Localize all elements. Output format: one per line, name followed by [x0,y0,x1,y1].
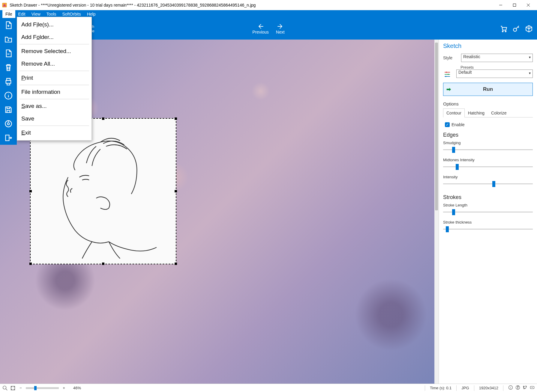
svg-rect-2 [513,4,516,6]
fit-screen-icon[interactable] [10,385,16,391]
tab-contour[interactable]: Contour [443,108,465,117]
zoom-tool-icon[interactable] [2,385,8,391]
key-icon[interactable] [512,25,520,33]
statusbar: − + 46% Time (s): 0.1 JPG 1920x3412 [0,384,537,392]
strokes-title: Strokes [443,194,533,200]
svg-point-17 [3,386,6,389]
zoom-slider[interactable] [26,387,59,389]
svg-point-14 [448,74,449,75]
dimensions-value: 1920x3412 [479,386,498,390]
intensity-label: Intensity [443,175,533,179]
info-icon[interactable] [0,88,17,102]
remove-file-icon[interactable] [0,46,17,60]
menu-save-as[interactable]: Save as... [17,100,92,112]
svg-line-18 [6,389,8,390]
previous-button[interactable]: Previous [252,23,268,34]
add-folder-icon[interactable] [0,32,17,46]
svg-point-12 [446,72,447,73]
trash-icon[interactable] [0,60,17,74]
menu-file-info[interactable]: File information [17,86,92,98]
stroke-length-label: Stroke Length [443,203,533,207]
enable-checkbox-row[interactable]: ✓ Enable [445,122,533,127]
menu-add-folder[interactable]: Add Folder... [17,31,92,43]
intensity-slider[interactable] [443,180,533,188]
panel-title: Sketch [443,43,533,49]
presets-label: Presets [460,65,533,70]
right-panel: Sketch Style Realistic Presets Default ➡… [439,40,537,384]
tab-hatching[interactable]: Hatching [465,108,488,117]
menu-remove-all[interactable]: Remove All... [17,58,92,70]
titlebar: Sketch Drawer - ****Unregistered version… [0,0,537,10]
svg-point-6 [505,31,506,32]
print-icon[interactable] [0,74,17,88]
save-disk-icon[interactable] [0,117,17,131]
svg-point-10 [8,123,10,125]
window-title: Sketch Drawer - ****Unregistered version… [10,3,494,7]
svg-point-16 [445,76,446,77]
cube-icon[interactable] [525,25,533,33]
menu-save[interactable]: Save [17,112,92,125]
menu-remove-selected[interactable]: Remove Selected... [17,45,92,58]
zoom-in-icon[interactable]: + [61,385,67,391]
twitter-icon[interactable] [523,385,527,391]
maximize-button[interactable] [508,1,521,10]
enable-label: Enable [452,122,465,127]
midtones-label: Midtones Intensity [443,158,533,162]
save-as-icon[interactable] [0,102,17,117]
menu-add-files[interactable]: Add File(s)... [17,18,92,31]
format-value: JPG [461,386,469,390]
enable-checkbox[interactable]: ✓ [445,122,450,127]
next-button[interactable]: Next [276,23,285,34]
facebook-icon[interactable] [515,385,520,391]
tab-colorize[interactable]: Colorize [488,108,510,117]
edges-title: Edges [443,132,533,138]
time-value: Time (s): 0.1 [430,386,452,390]
stroke-thickness-slider[interactable] [443,226,533,233]
canvas-scrollbar[interactable] [434,40,439,384]
presets-settings-icon[interactable] [443,70,452,78]
midtones-slider[interactable] [443,163,533,171]
cart-icon[interactable] [500,25,508,33]
zoom-out-icon[interactable]: − [18,385,23,391]
exit-icon[interactable] [0,131,17,145]
svg-point-5 [502,31,503,32]
options-label: Options [443,101,533,106]
add-file-icon[interactable] [0,18,17,32]
options-tabs: Contour Hatching Colorize [443,108,533,117]
style-label: Style [443,55,458,60]
app-icon [2,2,7,8]
info-status-icon[interactable] [508,385,513,391]
presets-select[interactable]: Default [456,70,533,78]
svg-point-7 [513,28,517,31]
side-toolbar [0,18,17,145]
sketch-preview [33,121,173,261]
menu-print[interactable]: Print [17,72,92,84]
close-button[interactable] [521,1,535,10]
run-button[interactable]: ➡ Run [443,83,533,96]
zoom-value: 46% [73,386,81,390]
style-select[interactable]: Realistic [461,54,533,62]
menu-exit[interactable]: Exit [17,126,92,139]
minimize-button[interactable] [494,1,508,10]
run-arrow-icon: ➡ [446,86,451,93]
smudging-slider[interactable] [443,146,533,153]
file-menu-dropdown: Add File(s)... Add Folder... Remove Sele… [17,17,92,141]
youtube-icon[interactable] [530,385,535,391]
stroke-length-slider[interactable] [443,209,533,216]
stroke-thickness-label: Stroke thickness [443,220,533,224]
menu-file[interactable]: File [2,10,15,18]
smudging-label: Smudging [443,141,533,145]
